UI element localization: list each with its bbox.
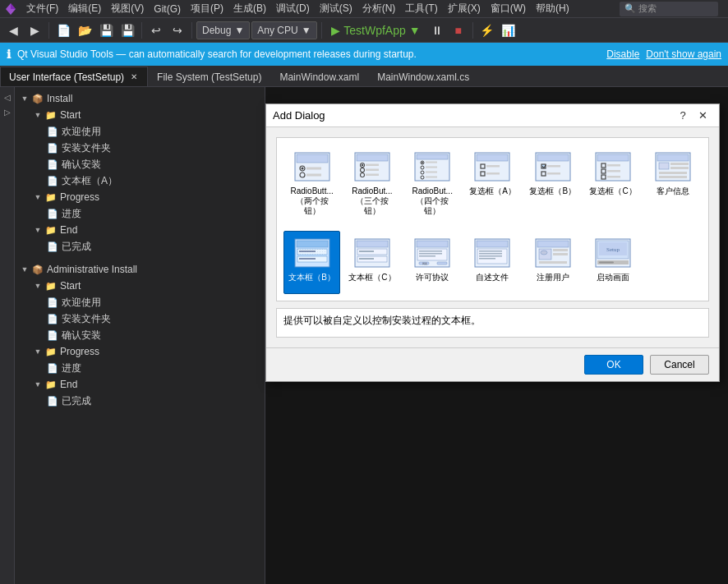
tree-end-2[interactable]: ▼ 📁 End (15, 376, 265, 393)
expand-progress-2[interactable]: ▼ (31, 347, 44, 356)
menu-analyze[interactable]: 分析(N) (357, 0, 401, 17)
expand-start-1[interactable]: ▼ (31, 111, 44, 119)
platform-dropdown[interactable]: Any CPU ▼ (251, 21, 317, 39)
tree-start-1[interactable]: ▼ 📁 Start (15, 107, 265, 123)
icon-cell-checkboxA[interactable]: 复选框（A） (464, 145, 521, 228)
tree-progress-1[interactable]: ▼ 📁 Progress (15, 189, 265, 205)
debug-config-dropdown[interactable]: Debug ▼ (196, 21, 250, 39)
tree-progress-child-1[interactable]: 📄 进度 (15, 205, 265, 222)
vertical-btn-1[interactable]: ◁ (1, 90, 14, 103)
tree-start-2[interactable]: ▼ 📁 Start (15, 278, 265, 294)
run-button[interactable]: ▶ TestWpfApp ▼ (326, 22, 425, 39)
icon-cell-radio3[interactable]: RadioBut...（三个按钮） (343, 145, 400, 228)
svg-rect-52 (657, 154, 689, 161)
menu-view[interactable]: 视图(V) (106, 0, 149, 17)
tab-user-interface[interactable]: User Interface (TestSetup) ✕ (0, 67, 148, 86)
icon-cell-radio4[interactable]: RadioBut...（四个按钮） (404, 145, 461, 228)
expand-start-2[interactable]: ▼ (31, 282, 44, 290)
svg-rect-28 (426, 177, 437, 178)
icon-cell-register[interactable]: 注册用户 (524, 231, 581, 294)
tree-textbox-a[interactable]: 📄 文本框（A） (15, 172, 265, 189)
tab-mainwindow-cs[interactable]: MainWindow.xaml.cs (368, 67, 478, 86)
dialog-close-button[interactable]: ✕ (693, 106, 712, 126)
menu-extensions[interactable]: 扩展(X) (443, 0, 486, 17)
tree-welcome-2[interactable]: 📄 欢迎使用 (15, 294, 265, 310)
icon-thumb-checkboxC (593, 150, 633, 183)
expand-end-1[interactable]: ▼ (31, 226, 44, 234)
menu-tools[interactable]: 工具(T) (400, 0, 442, 17)
tab-mainwindow-xaml[interactable]: MainWindow.xaml (270, 67, 368, 86)
icon-cell-checkboxC[interactable]: 复选框（C） (584, 145, 641, 228)
tree-confirm-1[interactable]: 📄 确认安装 (15, 156, 265, 172)
tab-close-user-interface[interactable]: ✕ (129, 71, 139, 82)
icon-cell-checkboxB[interactable]: 复选框（B） (524, 145, 581, 228)
icon-cell-radio2[interactable]: RadioButt...（两个按钮） (283, 145, 340, 228)
dialog-cancel-button[interactable]: Cancel (650, 355, 709, 375)
tree-progress-2[interactable]: ▼ 📁 Progress (15, 343, 265, 360)
dialog-ok-button[interactable]: OK (584, 355, 643, 375)
icon-label-checkboxC: 复选框（C） (589, 186, 636, 196)
vertical-btn-2[interactable]: ▷ (1, 105, 14, 118)
forward-button[interactable]: ▶ (25, 21, 44, 40)
svg-rect-53 (659, 163, 669, 169)
icon-label-radio2: RadioButt...（两个按钮） (288, 186, 336, 216)
tree-section-admin-install[interactable]: ▼ 📦 Administrative Install (15, 261, 265, 278)
menu-file[interactable]: 文件(F) (21, 0, 63, 17)
tree-progress-child-2[interactable]: 📄 进度 (15, 360, 265, 376)
back-button[interactable]: ◀ (3, 21, 23, 40)
icon-cell-license[interactable]: 同意 许可协议 (404, 231, 461, 294)
save-button[interactable]: 💾 (96, 21, 116, 40)
expand-admin-install[interactable]: ▼ (18, 265, 31, 274)
tree-end-1[interactable]: ▼ 📁 End (15, 222, 265, 238)
tree-install-folder-1[interactable]: 📄 安装文件夹 (15, 140, 265, 156)
expand-progress-1[interactable]: ▼ (31, 193, 44, 201)
icon-label-readme: 自述文件 (476, 273, 509, 283)
search-bar[interactable]: 🔍 搜索 (620, 2, 718, 16)
menu-project[interactable]: 项目(P) (186, 0, 228, 17)
disable-link[interactable]: Disable (606, 48, 639, 60)
svg-rect-41 (547, 165, 560, 168)
svg-rect-44 (597, 154, 629, 161)
tree-section-install[interactable]: ▼ 📦 Install (15, 90, 265, 107)
icon-cell-customer[interactable]: 客户信息 (645, 145, 702, 228)
separator-2 (141, 22, 142, 39)
icon-cell-splash[interactable]: Setup 启动画面 (584, 231, 641, 294)
tab-label-file-system: File System (TestSetup) (157, 71, 261, 83)
new-project-button[interactable]: 📄 (53, 21, 73, 40)
svg-rect-10 (357, 154, 388, 161)
svg-rect-3 (297, 154, 328, 163)
icon-cell-textboxB[interactable]: 文本框（B） (283, 231, 340, 294)
menu-edit[interactable]: 编辑(E) (63, 0, 106, 17)
tree-complete-2[interactable]: 📄 已完成 (15, 393, 265, 409)
open-button[interactable]: 📂 (75, 21, 94, 40)
icon-cell-textboxC[interactable]: 文本框（C） (343, 231, 400, 294)
dont-show-link[interactable]: Don't show again (646, 48, 721, 60)
tree-welcome-1[interactable]: 📄 欢迎使用 (15, 123, 265, 140)
menu-help[interactable]: 帮助(H) (531, 0, 574, 17)
svg-rect-50 (607, 176, 620, 178)
tree-install-folder-2[interactable]: 📄 安装文件夹 (15, 310, 265, 327)
menu-test[interactable]: 测试(S) (315, 0, 357, 17)
perf-button[interactable]: 📊 (499, 21, 518, 40)
expand-install[interactable]: ▼ (18, 94, 31, 103)
pause-button[interactable]: ⏸ (427, 21, 447, 40)
tree-complete-1[interactable]: 📄 已完成 (15, 238, 265, 255)
stop-button[interactable]: ■ (449, 21, 468, 40)
tab-file-system[interactable]: File System (TestSetup) (148, 67, 270, 86)
icon-cell-readme[interactable]: 自述文件 (464, 231, 521, 294)
icon-thumb-textboxB (293, 237, 332, 269)
progress-child-icon-2: 📄 (46, 361, 59, 375)
menu-git[interactable]: Git(G) (149, 2, 186, 16)
undo-button[interactable]: ↩ (146, 21, 166, 40)
icon-label-splash: 启动画面 (597, 273, 629, 283)
tree-confirm-2[interactable]: 📄 确认安装 (15, 327, 265, 343)
expand-end-2[interactable]: ▼ (31, 380, 44, 389)
attach-button[interactable]: ⚡ (477, 21, 497, 40)
menu-window[interactable]: 窗口(W) (486, 0, 531, 17)
menu-debug[interactable]: 调试(D) (271, 0, 315, 17)
menu-build[interactable]: 生成(B) (228, 0, 271, 17)
redo-button[interactable]: ↪ (168, 21, 187, 40)
icon-thumb-customer (653, 150, 693, 183)
save-all-button[interactable]: 💾 (117, 21, 137, 40)
dialog-help-button[interactable]: ? (673, 106, 693, 126)
